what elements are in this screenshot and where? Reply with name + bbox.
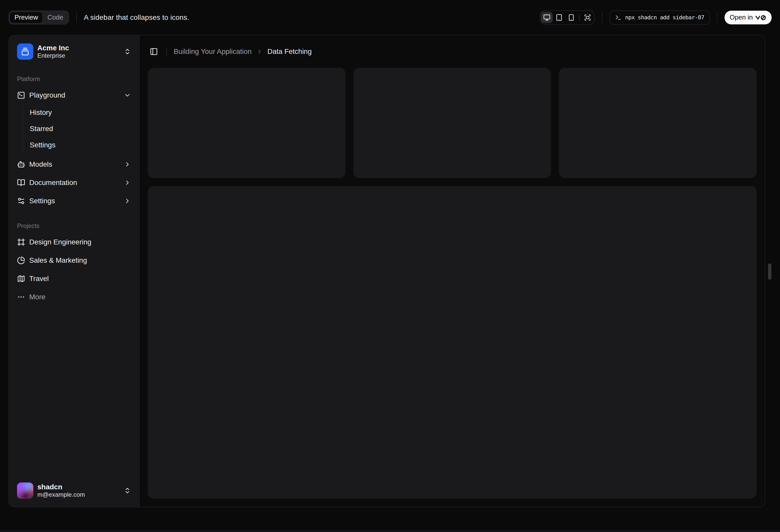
sidebar-item-label: More — [29, 293, 46, 301]
device-size-toggle-group — [540, 10, 595, 24]
toolbar-separator — [717, 12, 718, 23]
main-content — [140, 68, 765, 507]
sidebar-item-design-engineering[interactable]: Design Engineering — [13, 234, 135, 250]
code-tab[interactable]: Code — [43, 12, 67, 23]
chevron-down-icon — [124, 92, 131, 99]
toolbar-separator — [602, 12, 602, 23]
sidebar-content: Platform Playground History Starred Sett… — [9, 64, 139, 474]
group-label-projects: Projects — [13, 218, 135, 234]
placeholder-card — [559, 68, 757, 178]
team-info: Acme Inc Enterprise — [37, 44, 69, 59]
sidebar-group-platform: Platform Playground History Starred Sett… — [13, 71, 135, 209]
chevron-right-icon — [124, 198, 131, 205]
sidebar-subitem-settings[interactable]: Settings — [26, 138, 135, 152]
user-info: shadcn m@example.com — [37, 483, 85, 498]
fullscreen-button[interactable] — [582, 12, 593, 23]
square-terminal-icon — [17, 91, 25, 99]
block-description: A sidebar that collapses to icons. — [84, 13, 189, 21]
fullscreen-icon — [584, 14, 591, 21]
sidebar-item-documentation[interactable]: Documentation — [13, 174, 135, 191]
placeholder-card — [148, 68, 345, 178]
sidebar-item-label: Sales & Marketing — [29, 256, 87, 264]
sidebar-header: Acme Inc Enterprise — [9, 35, 139, 64]
component-preview: Acme Inc Enterprise Platform Playground — [8, 35, 765, 508]
mobile-view-button[interactable] — [566, 12, 577, 23]
sidebar-item-label: Settings — [29, 197, 55, 205]
page-scrollbar-thumb[interactable] — [768, 263, 771, 280]
team-switcher[interactable]: Acme Inc Enterprise — [13, 39, 135, 64]
sidebar-item-more[interactable]: More — [13, 289, 135, 305]
main-inset: Building Your Application Data Fetching — [140, 35, 765, 507]
view-mode-toggle: Preview Code — [8, 10, 69, 24]
page-bottom-edge — [0, 530, 780, 532]
breadcrumb-current-page: Data Fetching — [267, 48, 312, 56]
team-logo — [17, 44, 33, 60]
placeholder-cards-row — [148, 68, 757, 178]
breadcrumb-link[interactable]: Building Your Application — [174, 48, 252, 56]
open-in-v0-button[interactable]: Open in — [725, 11, 772, 24]
sidebar-toggle-button[interactable] — [148, 46, 160, 58]
v0-logo-icon — [755, 14, 767, 20]
terminal-icon — [615, 14, 622, 21]
sidebar-item-travel[interactable]: Travel — [13, 271, 135, 287]
panel-left-icon — [150, 48, 158, 56]
user-email: m@example.com — [37, 491, 85, 498]
bot-icon — [17, 160, 25, 168]
ellipsis-icon — [17, 293, 25, 301]
user-name: shadcn — [37, 483, 85, 491]
sidebar-item-label: Travel — [29, 275, 49, 283]
playground-submenu: History Starred Settings — [22, 105, 135, 152]
open-in-v0-label: Open in — [730, 13, 753, 21]
smartphone-icon — [568, 14, 575, 21]
preview-tab[interactable]: Preview — [10, 12, 43, 23]
sidebar-item-label: Design Engineering — [29, 238, 91, 246]
sidebar-item-label: Playground — [29, 91, 65, 99]
map-icon — [17, 275, 25, 283]
sidebar-item-settings[interactable]: Settings — [13, 193, 135, 209]
sidebar-item-sales-marketing[interactable]: Sales & Marketing — [13, 252, 135, 269]
toolbar-right: npx shadcn add sidebar-07 Open in — [540, 10, 772, 24]
group-label-platform: Platform — [13, 71, 135, 87]
copy-command-button[interactable]: npx shadcn add sidebar-07 — [610, 10, 710, 24]
chevron-right-icon — [124, 179, 131, 186]
command-text: npx shadcn add sidebar-07 — [625, 14, 704, 20]
tablet-icon — [555, 14, 563, 21]
desktop-view-button[interactable] — [541, 12, 553, 23]
sidebar-group-projects: Projects Design Engineering Sales & Mark… — [13, 218, 135, 305]
team-name: Acme Inc — [37, 44, 69, 52]
chart-pie-icon — [17, 256, 25, 264]
device-group-separator — [579, 14, 580, 21]
chevrons-up-down-icon — [124, 48, 131, 55]
toolbar-separator — [76, 12, 77, 23]
app-sidebar: Acme Inc Enterprise Platform Playground — [9, 35, 140, 507]
main-header: Building Your Application Data Fetching — [140, 35, 765, 68]
block-toolbar: Preview Code A sidebar that collapses to… — [0, 0, 780, 35]
placeholder-panel — [148, 186, 757, 499]
breadcrumb: Building Your Application Data Fetching — [174, 48, 312, 56]
user-menu[interactable]: shadcn m@example.com — [13, 478, 135, 503]
sidebar-subitem-history[interactable]: History — [26, 105, 135, 120]
sidebar-footer: shadcn m@example.com — [9, 474, 139, 507]
monitor-icon — [543, 14, 550, 21]
team-plan: Enterprise — [37, 52, 69, 59]
sidebar-item-label: Documentation — [29, 178, 77, 187]
gallery-vertical-end-icon — [21, 48, 29, 56]
header-separator — [166, 48, 167, 56]
sidebar-item-label: Models — [29, 160, 52, 168]
sidebar-item-models[interactable]: Models — [13, 156, 135, 172]
frame-icon — [17, 238, 25, 246]
sidebar-subitem-starred[interactable]: Starred — [26, 122, 135, 136]
chevron-right-icon — [256, 48, 263, 55]
placeholder-card — [353, 68, 551, 178]
book-open-icon — [17, 178, 25, 187]
sidebar-item-playground[interactable]: Playground — [13, 87, 135, 103]
chevrons-up-down-icon — [124, 487, 131, 494]
avatar — [17, 482, 33, 499]
tablet-view-button[interactable] — [553, 12, 565, 23]
settings-2-icon — [17, 197, 25, 205]
chevron-right-icon — [124, 161, 131, 168]
